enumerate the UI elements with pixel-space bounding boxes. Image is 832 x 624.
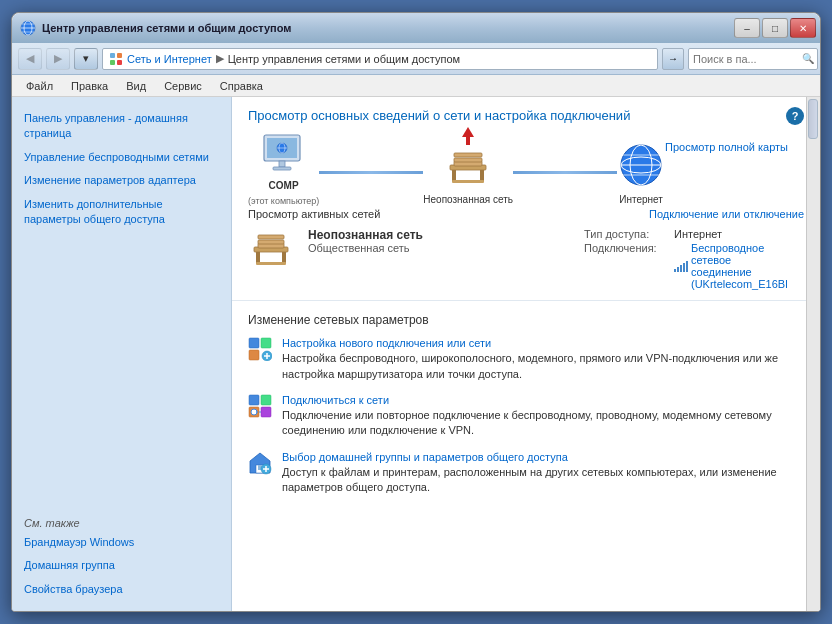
svg-rect-24 (454, 158, 482, 162)
view-full-map-link[interactable]: Просмотр полной карты (665, 141, 788, 153)
menubar: Файл Правка Вид Сервис Справка (12, 75, 820, 97)
network-icon (20, 20, 36, 36)
sidebar: Панель управления - домашняя страница Уп… (12, 97, 232, 611)
computer-sublabel: (этот компьютер) (248, 196, 319, 206)
sidebar-link-homegroup[interactable]: Домашняя группа (12, 554, 231, 577)
computer-label: COMP (269, 179, 299, 192)
svg-rect-11 (279, 161, 285, 167)
connections-label: Подключения: (584, 242, 674, 290)
sidebar-link-home[interactable]: Панель управления - домашняя страница (12, 107, 231, 146)
network-line-1 (319, 171, 423, 174)
page-title: Просмотр основных сведений о сети и наст… (248, 107, 630, 125)
access-type-row: Тип доступа: Интернет (584, 228, 804, 240)
go-button[interactable]: → (662, 48, 684, 70)
svg-marker-16 (462, 127, 474, 137)
settings-section-title: Изменение сетевых параметров (232, 305, 820, 333)
breadcrumb-current: Центр управления сетями и общим доступом (228, 53, 460, 65)
svg-rect-52 (261, 407, 271, 417)
controlpanel-icon (109, 52, 123, 66)
add-connection-icon (248, 337, 272, 361)
minimize-button[interactable]: – (734, 18, 760, 38)
network-name: Неопознанная сеть (308, 228, 570, 242)
forward-button[interactable]: ▶ (46, 48, 70, 70)
svg-rect-23 (454, 153, 482, 157)
diagram-internet-node: Интернет (617, 141, 665, 206)
svg-rect-37 (258, 240, 284, 244)
breadcrumb-bar: Сеть и Интернет ▶ Центр управления сетям… (102, 48, 658, 70)
connections-value[interactable]: Беспроводноесетевоесоединение(UKrtelecom… (691, 242, 788, 290)
settings-desc-2: Подключение или повторное подключение к … (282, 409, 772, 436)
settings-text-1: Настройка нового подключения или сети На… (282, 337, 804, 382)
sidebar-link-browser[interactable]: Свойства браузера (12, 578, 231, 601)
settings-desc-3: Доступ к файлам и принтерам, расположенн… (282, 466, 777, 493)
svg-rect-12 (273, 167, 291, 170)
settings-link-3[interactable]: Выбор домашней группы и параметров общег… (282, 451, 804, 463)
breadcrumb-link-1[interactable]: Сеть и Интернет (127, 53, 212, 65)
settings-link-1[interactable]: Настройка нового подключения или сети (282, 337, 804, 349)
menu-help[interactable]: Справка (212, 78, 271, 94)
svg-rect-17 (466, 137, 470, 145)
diagram-computer-node: COMP (этот компьютер) (248, 133, 319, 206)
arrow-up-icon (460, 127, 476, 147)
network-name-area: Неопознанная сеть Общественная сеть (308, 228, 570, 254)
svg-rect-7 (110, 60, 115, 65)
settings-item-1: Настройка нового подключения или сети На… (232, 333, 820, 390)
main-window: Центр управления сетями и общим доступом… (11, 12, 821, 612)
settings-text-3: Выбор домашней группы и параметров общег… (282, 451, 804, 496)
sidebar-link-firewall[interactable]: Брандмауэр Windows (12, 531, 231, 554)
svg-rect-49 (249, 395, 259, 405)
access-type-value: Интернет (674, 228, 722, 240)
menu-view[interactable]: Вид (118, 78, 154, 94)
svg-rect-35 (256, 262, 286, 265)
settings-desc-1: Настройка беспроводного, широкополосного… (282, 352, 778, 379)
menu-service[interactable]: Сервис (156, 78, 210, 94)
back-button[interactable]: ◀ (18, 48, 42, 70)
search-input[interactable] (688, 48, 818, 70)
globe-icon (617, 141, 665, 189)
titlebar: Центр управления сетями и общим доступом… (12, 13, 820, 43)
see-also-label: См. также (12, 507, 231, 531)
settings-item-2: Подключиться к сети Подключение или повт… (232, 390, 820, 447)
internet-label: Интернет (619, 193, 663, 206)
svg-rect-38 (674, 269, 676, 272)
wifi-icon (674, 260, 688, 272)
svg-rect-43 (249, 338, 259, 348)
addressbar: ◀ ▶ ▾ Сеть и Интернет ▶ Центр управления… (12, 43, 820, 75)
sidebar-link-sharing[interactable]: Изменить дополнительные параметры общего… (12, 193, 231, 232)
search-icon[interactable]: 🔍 (802, 53, 814, 64)
access-type-label: Тип доступа: (584, 228, 674, 240)
homegroup-icon (248, 451, 272, 475)
connect-network-icon (248, 394, 272, 418)
titlebar-left: Центр управления сетями и общим доступом (20, 20, 291, 36)
svg-rect-8 (117, 60, 122, 65)
menu-file[interactable]: Файл (18, 78, 61, 94)
scrollbar-track (806, 97, 820, 611)
settings-text-2: Подключиться к сети Подключение или повт… (282, 394, 804, 439)
maximize-button[interactable]: □ (762, 18, 788, 38)
sidebar-link-wireless[interactable]: Управление беспроводными сетями (12, 146, 231, 169)
window-title: Центр управления сетями и общим доступом (42, 22, 291, 34)
menu-edit[interactable]: Правка (63, 78, 116, 94)
sidebar-link-adapter[interactable]: Изменение параметров адаптера (12, 169, 231, 192)
settings-link-2[interactable]: Подключиться к сети (282, 394, 804, 406)
network-type: Общественная сеть (308, 242, 570, 254)
svg-rect-45 (249, 350, 259, 360)
unknown-network-label: Неопознанная сеть (423, 193, 513, 206)
dropdown-button[interactable]: ▾ (74, 48, 98, 70)
content-area: Панель управления - домашняя страница Уп… (12, 97, 820, 611)
svg-rect-36 (258, 235, 284, 239)
svg-rect-5 (110, 53, 115, 58)
diagram-network-node: Неопознанная сеть (423, 145, 513, 206)
main-header: Просмотр основных сведений о сети и наст… (232, 97, 820, 133)
close-button[interactable]: ✕ (790, 18, 816, 38)
svg-rect-39 (677, 267, 679, 272)
window-controls: – □ ✕ (734, 18, 816, 38)
active-network-row: Неопознанная сеть Общественная сеть Тип … (232, 224, 820, 301)
svg-rect-42 (686, 261, 688, 272)
scrollbar-thumb[interactable] (808, 99, 818, 139)
bench-icon (442, 145, 494, 189)
disconnect-link[interactable]: Подключение или отключение (649, 208, 804, 220)
svg-rect-6 (117, 53, 122, 58)
svg-rect-50 (261, 395, 271, 405)
help-button[interactable]: ? (786, 107, 804, 125)
